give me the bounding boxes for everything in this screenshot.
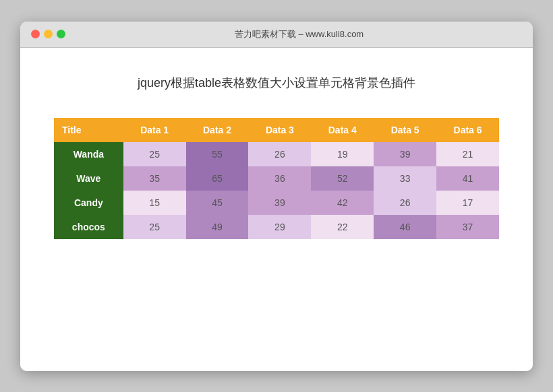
app-window: 苦力吧素材下载 – www.kuli8.com jquery根据table表格数… — [20, 22, 533, 371]
data-cell: 39 — [374, 142, 436, 166]
row-title-cell: Wanda — [54, 142, 123, 166]
data-cell: 39 — [248, 191, 311, 215]
col-header-data1: Data 1 — [123, 118, 186, 142]
minimize-button[interactable] — [44, 30, 53, 38]
data-cell: 15 — [123, 191, 186, 215]
table-header-row: Title Data 1 Data 2 Data 3 Data 4 Data 5… — [54, 118, 499, 142]
data-cell: 19 — [311, 142, 374, 166]
data-cell: 26 — [248, 142, 311, 166]
data-table: Title Data 1 Data 2 Data 3 Data 4 Data 5… — [54, 118, 499, 239]
data-cell: 29 — [248, 215, 311, 239]
data-cell: 25 — [123, 215, 186, 239]
window-content: jquery根据table表格数值大小设置单元格背景色插件 Title Data… — [20, 48, 533, 371]
col-header-data4: Data 4 — [311, 118, 374, 142]
data-cell: 21 — [436, 142, 499, 166]
table-row: chocos254929224637 — [54, 215, 499, 239]
table-row: Wave356536523341 — [54, 166, 499, 191]
data-cell: 26 — [374, 191, 436, 215]
data-cell: 35 — [123, 166, 186, 191]
data-cell: 17 — [436, 191, 499, 215]
data-cell: 36 — [248, 166, 311, 191]
data-cell: 37 — [436, 215, 499, 239]
table-row: Wanda255526193921 — [54, 142, 499, 166]
data-cell: 52 — [311, 166, 374, 191]
data-cell: 25 — [123, 142, 186, 166]
page-title: jquery根据table表格数值大小设置单元格背景色插件 — [54, 75, 499, 91]
data-cell: 33 — [374, 166, 436, 191]
table-row: Candy154539422617 — [54, 191, 499, 215]
col-header-data3: Data 3 — [248, 118, 311, 142]
data-cell: 22 — [311, 215, 374, 239]
row-title-cell: chocos — [54, 215, 123, 239]
data-cell: 55 — [186, 142, 249, 166]
col-header-title: Title — [54, 118, 123, 142]
col-header-data6: Data 6 — [436, 118, 499, 142]
data-cell: 65 — [186, 166, 249, 191]
col-header-data2: Data 2 — [186, 118, 249, 142]
close-button[interactable] — [31, 30, 40, 38]
data-cell: 41 — [436, 166, 499, 191]
data-cell: 49 — [186, 215, 249, 239]
traffic-lights — [31, 30, 65, 38]
data-cell: 46 — [374, 215, 436, 239]
window-title: 苦力吧素材下载 – www.kuli8.com — [76, 28, 522, 40]
row-title-cell: Wave — [54, 166, 123, 191]
maximize-button[interactable] — [57, 30, 65, 38]
row-title-cell: Candy — [54, 191, 123, 215]
col-header-data5: Data 5 — [374, 118, 436, 142]
title-bar: 苦力吧素材下载 – www.kuli8.com — [20, 22, 533, 48]
data-cell: 45 — [186, 191, 249, 215]
data-cell: 42 — [311, 191, 374, 215]
